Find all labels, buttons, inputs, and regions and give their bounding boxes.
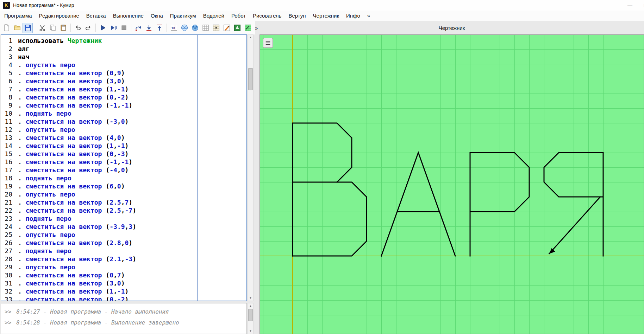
drawer-pane-title: Чертежник xyxy=(260,22,644,34)
menu-item-10[interactable]: Вертун xyxy=(285,11,309,21)
scroll-up-icon[interactable]: ▲ xyxy=(248,35,253,40)
maximize-button[interactable]: □ xyxy=(638,0,644,11)
line-number: 29 xyxy=(1,263,18,271)
code-editor[interactable]: 1использовать Чертежник2алг3нач4. опусти… xyxy=(1,34,247,301)
scroll-down-icon[interactable]: ▼ xyxy=(248,295,253,301)
stop-icon xyxy=(120,24,127,31)
menu-item-8[interactable]: Робот xyxy=(228,11,249,21)
new-file-button[interactable] xyxy=(1,23,12,33)
editor-scrollbar[interactable]: ▲ ▼ xyxy=(248,34,254,301)
copy-button[interactable] xyxy=(48,23,58,33)
menu-item-11[interactable]: Чертежник xyxy=(310,11,343,21)
robot-window-button[interactable] xyxy=(211,23,221,33)
show-margin-button[interactable]: 10 xyxy=(169,23,179,33)
console-scrollbar[interactable]: ▲ ▼ xyxy=(248,303,254,334)
console-lines: >>8:54:27 - Новая программа - Начало вып… xyxy=(1,303,246,328)
code-line: 18. поднять перо xyxy=(1,174,246,182)
save-button[interactable] xyxy=(23,23,33,33)
menu-item-13[interactable]: » xyxy=(364,11,374,21)
code-line: 4. опустить перо xyxy=(1,61,246,69)
code-line: 3нач xyxy=(1,53,246,61)
menu-bar: ПрограммаРедактированиеВставкаВыполнение… xyxy=(0,11,644,21)
run-detailed-button[interactable] xyxy=(108,23,118,33)
menu-item-12[interactable]: Инфо xyxy=(343,11,364,21)
code-editor-pane: 1использовать Чертежник2алг3нач4. опусти… xyxy=(1,34,254,301)
cut-icon xyxy=(39,24,46,31)
line-number: 27 xyxy=(1,247,18,255)
app-logo-icon: K xyxy=(3,2,10,9)
menu-item-2[interactable]: Редактирование xyxy=(36,11,83,21)
menu-item-5[interactable]: Окна xyxy=(147,11,167,21)
redo-button[interactable] xyxy=(83,23,93,33)
line-number: 26 xyxy=(1,239,18,247)
run-step-icon xyxy=(110,24,117,31)
step-into-button[interactable] xyxy=(144,23,154,33)
field-window-button[interactable] xyxy=(200,23,211,33)
step-out-button[interactable] xyxy=(154,23,164,33)
line-number: 33 xyxy=(1,295,18,301)
grid-field-icon xyxy=(202,24,209,31)
save-icon xyxy=(24,24,31,31)
line-number: 12 xyxy=(1,126,18,134)
menu-item-1[interactable]: Программа xyxy=(1,11,36,21)
console-scrollbar-thumb[interactable] xyxy=(248,309,253,321)
menu-item-6[interactable]: Практикум xyxy=(167,11,200,21)
drawer-window-button[interactable] xyxy=(243,23,253,33)
run-button[interactable] xyxy=(98,23,108,33)
pane-splitter[interactable] xyxy=(254,34,260,334)
painter-window-button[interactable] xyxy=(221,23,232,33)
menu-item-7[interactable]: Водолей xyxy=(200,11,228,21)
drawer-canvas xyxy=(260,35,644,334)
menu-item-4[interactable]: Выполнение xyxy=(110,11,147,21)
menu-item-3[interactable]: Вставка xyxy=(83,11,110,21)
vertun-window-button[interactable] xyxy=(232,23,242,33)
toolbar-overflow-button[interactable]: » xyxy=(253,24,260,32)
code-line: 11. сместиться на вектор (-3,0) xyxy=(1,117,246,126)
toolbar-separator xyxy=(95,24,96,32)
code-line: 9. сместиться на вектор (-1,-1) xyxy=(1,101,246,109)
paste-button[interactable] xyxy=(58,23,68,33)
margin-10-icon: 10 xyxy=(170,24,177,31)
line-number: 31 xyxy=(1,279,18,287)
code-line: 5. сместиться на вектор (0,9) xyxy=(1,69,246,77)
code-line: 6. сместиться на вектор (3,0) xyxy=(1,77,246,85)
line-number: 9 xyxy=(1,101,18,109)
console-prompt: >> xyxy=(5,319,11,326)
vodoley-window-button[interactable] xyxy=(179,23,189,33)
line-number: 15 xyxy=(1,150,18,158)
drawer-menu-button[interactable] xyxy=(263,38,273,48)
code-line: 24. сместиться на вектор (-3.9,3) xyxy=(1,223,246,231)
line-number: 19 xyxy=(1,182,18,190)
code-line: 25. опустить перо xyxy=(1,231,246,239)
vertun-icon xyxy=(234,24,241,31)
minimize-button[interactable]: — xyxy=(622,0,638,11)
toolbar-separator xyxy=(167,24,167,32)
water-waves-icon xyxy=(181,24,188,31)
line-number: 11 xyxy=(1,117,18,126)
line-number: 7 xyxy=(1,85,18,93)
console-output[interactable]: >>8:54:27 - Новая программа - Начало вып… xyxy=(1,303,247,334)
line-number: 10 xyxy=(1,109,18,117)
toolbar-buttons: 10 xyxy=(1,23,253,33)
menu-item-9[interactable]: Рисователь xyxy=(249,11,285,21)
line-number: 6 xyxy=(1,77,18,85)
scroll-up-icon[interactable]: ▲ xyxy=(248,303,253,309)
line-number: 4 xyxy=(1,61,18,69)
code-line: 8. сместиться на вектор (0,-2) xyxy=(1,93,246,101)
world-window-button[interactable] xyxy=(190,23,200,33)
cut-button[interactable] xyxy=(37,23,47,33)
line-number: 2 xyxy=(1,45,18,53)
editor-scrollbar-thumb[interactable] xyxy=(248,68,253,90)
code-line: 33. сместиться на вектор (0,-2) xyxy=(1,295,246,301)
code-lines: 1использовать Чертежник2алг3нач4. опусти… xyxy=(1,37,246,301)
stop-button[interactable] xyxy=(119,23,129,33)
undo-button[interactable] xyxy=(73,23,83,33)
code-line: 26. сместиться на вектор (2.8,0) xyxy=(1,239,246,247)
scroll-down-icon[interactable]: ▼ xyxy=(248,328,253,334)
window-title: Новая программа* - Кумир xyxy=(13,0,74,11)
open-file-button[interactable] xyxy=(12,23,22,33)
step-over-button[interactable] xyxy=(133,23,143,33)
line-number: 13 xyxy=(1,134,18,142)
code-line: 27. поднять перо xyxy=(1,247,246,255)
code-line: 16. сместиться на вектор (-1,-1) xyxy=(1,158,246,166)
